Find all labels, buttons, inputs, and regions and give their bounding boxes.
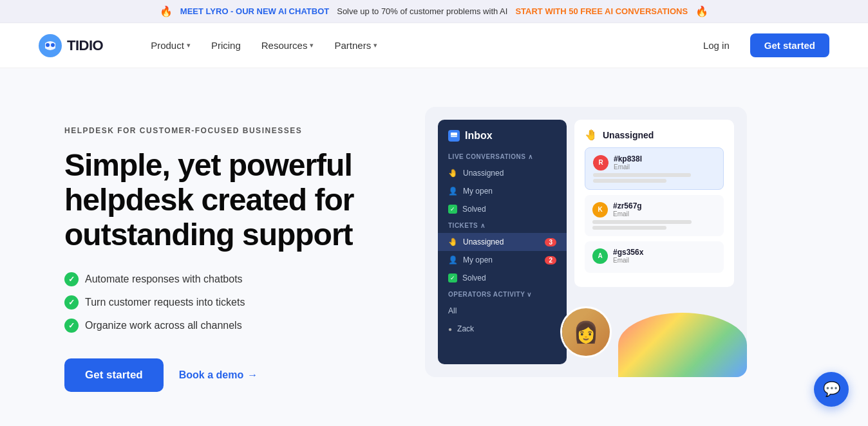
check-icon-1: ✓ (64, 272, 79, 286)
logo[interactable]: TIDIO (39, 34, 103, 57)
sidebar-tickets-solved[interactable]: ✓ Solved (438, 269, 567, 287)
my-open-badge: 2 (545, 256, 556, 264)
svg-rect-3 (451, 133, 457, 137)
ticket-3-sub: Email (613, 257, 643, 264)
wave-icon: 🤚 (585, 129, 598, 141)
hero-content: HELPDESK FOR CUSTOMER-FOCUSED BUSINESSES… (64, 107, 399, 392)
fire-icon-left: 🔥 (160, 5, 173, 17)
nav-links: Product ▾ Pricing Resources ▾ Partners ▾ (142, 35, 693, 56)
hero-feature-2: ✓ Turn customer requests into tickets (64, 295, 399, 310)
ticket-card-3[interactable]: A #gs356x Email (585, 241, 724, 273)
svg-point-2 (51, 43, 55, 47)
ticket-3-avatar: A (592, 248, 608, 264)
get-started-hero-button[interactable]: Get started (64, 358, 164, 392)
unassigned-badge: 3 (545, 238, 556, 246)
live-conversations-label: Live conversations ∧ (438, 149, 567, 164)
hero-eyebrow: HELPDESK FOR CUSTOMER-FOCUSED BUSINESSES (64, 126, 399, 135)
banner-separator-text: Solve up to 70% of customer problems wit… (337, 6, 507, 16)
sidebar-inbox-title: Inbox (438, 130, 567, 149)
nav-resources[interactable]: Resources ▾ (252, 35, 323, 56)
sidebar-live-solved[interactable]: ✓ Solved (438, 200, 567, 218)
hero-features-list: ✓ Automate responses with chatbots ✓ Tur… (64, 272, 399, 333)
agent-face-icon: 👩 (562, 308, 610, 356)
ticket-2-sub: Email (613, 210, 642, 218)
nav-actions: Log in Get started (693, 33, 829, 57)
chat-bubble-icon: 💬 (823, 381, 840, 398)
hero-title: Simple, yet powerful helpdesk created fo… (64, 148, 399, 252)
logo-text: TIDIO (67, 37, 103, 54)
sidebar-tickets-unassigned[interactable]: 🤚 Unassigned 3 (438, 233, 567, 251)
bar-3 (592, 220, 692, 224)
ticket-2-id: #zr567g (613, 201, 642, 210)
book-demo-link[interactable]: Book a demo → (179, 369, 258, 381)
dashboard-preview: Inbox Live conversations ∧ 🤚 Unassigned … (425, 107, 747, 377)
free-conversations-link[interactable]: START WITH 50 FREE AI CONVERSATIONS (515, 6, 688, 16)
unassigned-panel: 🤚 Unassigned R #kp838l Email (574, 120, 734, 287)
operators-activity-label: Operators activity ∨ (438, 287, 567, 302)
login-button[interactable]: Log in (693, 35, 740, 56)
inbox-icon (448, 130, 460, 142)
ticket-3-id: #gs356x (613, 248, 643, 257)
svg-point-1 (46, 43, 50, 47)
sidebar-tickets-my-open[interactable]: 👤 My open 2 (438, 251, 567, 269)
resources-chevron-icon: ▾ (310, 41, 314, 50)
ticket-card-1[interactable]: R #kp838l Email (585, 147, 724, 190)
agent-avatar: 👩 (560, 306, 612, 358)
dashboard-sidebar: Inbox Live conversations ∧ 🤚 Unassigned … (438, 120, 567, 364)
check-icon-3: ✓ (64, 319, 79, 333)
sidebar-operators-all[interactable]: All (438, 302, 567, 320)
hero-visual: Inbox Live conversations ∧ 🤚 Unassigned … (425, 107, 829, 377)
ticket-2-bars (592, 220, 716, 230)
ticket-1-top: R #kp838l Email (593, 154, 715, 171)
hero-ctas: Get started Book a demo → (64, 358, 399, 392)
ticket-1-sub: Email (614, 163, 642, 171)
bar-1 (593, 173, 691, 177)
get-started-nav-button[interactable]: Get started (750, 33, 829, 57)
hand-icon-2: 🤚 (448, 237, 458, 246)
sidebar-operators-zack[interactable]: ● Zack (438, 320, 567, 338)
tickets-label: Tickets ∧ (438, 218, 567, 233)
person-icon: 👤 (448, 187, 458, 196)
top-banner: 🔥 MEET LYRO - OUR NEW AI CHATBOT Solve u… (0, 0, 868, 23)
unassigned-title: Unassigned (603, 130, 654, 140)
sidebar-live-unassigned[interactable]: 🤚 Unassigned (438, 164, 567, 182)
ticket-1-bars (593, 173, 715, 183)
check-solved-icon-2: ✓ (448, 273, 457, 282)
fire-icon-right: 🔥 (695, 5, 708, 17)
unassigned-header: 🤚 Unassigned (585, 129, 724, 141)
ticket-1-id: #kp838l (614, 154, 642, 163)
person-icon-2: 👤 (448, 255, 458, 264)
check-solved-icon: ✓ (448, 205, 457, 214)
sidebar-live-my-open[interactable]: 👤 My open (438, 182, 567, 200)
floating-chat-button[interactable]: 💬 (814, 372, 849, 407)
hero-feature-3: ✓ Organize work across all channels (64, 319, 399, 333)
nav-partners[interactable]: Partners ▾ (325, 35, 386, 56)
nav-product[interactable]: Product ▾ (142, 35, 200, 56)
ticket-card-2[interactable]: K #zr567g Email (585, 195, 724, 236)
hero-feature-1: ✓ Automate responses with chatbots (64, 272, 399, 286)
ticket-3-top: A #gs356x Email (592, 248, 716, 264)
ticket-2-avatar: K (592, 202, 608, 218)
hand-icon: 🤚 (448, 169, 458, 178)
ticket-1-avatar: R (593, 155, 609, 171)
ticket-2-top: K #zr567g Email (592, 201, 716, 218)
partners-chevron-icon: ▾ (373, 41, 377, 50)
hero-section: HELPDESK FOR CUSTOMER-FOCUSED BUSINESSES… (0, 68, 868, 426)
decorative-blob (618, 313, 747, 377)
product-chevron-icon: ▾ (187, 41, 191, 50)
main-nav: TIDIO Product ▾ Pricing Resources ▾ Part… (0, 23, 868, 68)
check-icon-2: ✓ (64, 295, 79, 310)
bar-4 (592, 226, 666, 230)
lyro-chatbot-link[interactable]: MEET LYRO - OUR NEW AI CHATBOT (180, 6, 329, 16)
nav-pricing[interactable]: Pricing (202, 35, 250, 56)
tidio-logo-icon (39, 34, 62, 57)
bar-2 (593, 179, 666, 183)
